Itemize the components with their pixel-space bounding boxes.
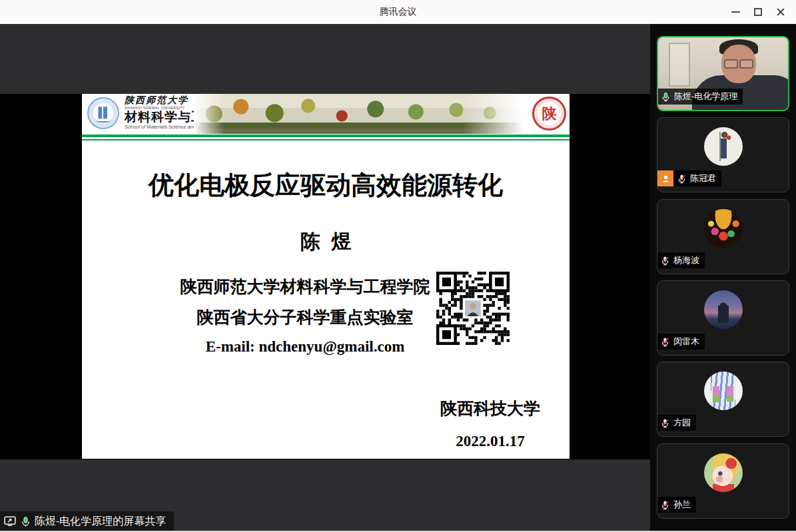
slide-footer: 陕西科技大学 2022.01.17 [394, 398, 587, 450]
participant-label: 杨海波 [657, 252, 705, 268]
participant-name: 方园 [673, 417, 691, 429]
person-icon [661, 174, 671, 184]
participant-name: 杨海波 [673, 254, 699, 266]
participant-name: 陈煜-电化学原理 [674, 91, 737, 103]
host-badge [657, 170, 673, 186]
qr-code-canvas [436, 272, 510, 345]
mic-on-icon [20, 516, 31, 527]
window-controls [724, 0, 792, 24]
seal-character: 陕 [542, 104, 557, 124]
video-door [669, 43, 690, 87]
university-logo-icon [87, 97, 119, 129]
shared-screen-area: 陕西师范大学 SHAANXI NORMAL UNIVERSITY 材料科学与工程… [0, 24, 650, 532]
participant-tile-chenguanjun[interactable]: 陈冠君 [657, 117, 789, 192]
participant-tile-minleimu[interactable]: 闵雷木 [657, 280, 789, 356]
participant-label: 方园 [657, 415, 696, 431]
mic-muted-icon [677, 174, 687, 184]
avatar-image [704, 127, 743, 166]
participant-tile-fangyuan[interactable]: 方园 [657, 362, 789, 437]
participant-label: 闵雷木 [657, 334, 705, 350]
mic-muted-icon [660, 500, 670, 510]
logo-pillars [99, 107, 109, 119]
screen-share-status-bar: 陈煜-电化学原理的屏幕共享 [0, 511, 174, 531]
logo-arc [96, 119, 111, 123]
participant-tile-sunlan[interactable]: 孙兰 [657, 443, 789, 519]
participant-tile-yanghaibo[interactable]: 杨海波 [657, 199, 789, 274]
presenter-name: 陈 煜 [82, 228, 570, 256]
minimize-button[interactable] [724, 0, 747, 24]
mic-muted-icon [660, 418, 670, 428]
window-title: 腾讯会议 [380, 6, 417, 18]
participants-sidebar: 陈煜-电化学原理 陈冠君 [650, 24, 796, 532]
university-seal-icon: 陕 [532, 97, 566, 131]
screen-share-status-text: 陈煜-电化学原理的屏幕共享 [35, 515, 166, 529]
maximize-icon [754, 8, 762, 16]
slide-header-banner: 陕西师范大学 SHAANXI NORMAL UNIVERSITY 材料科学与工程… [82, 94, 570, 134]
slide-title: 优化电极反应驱动高效能源转化 [82, 168, 570, 202]
maximize-button[interactable] [747, 0, 769, 24]
participant-label: 孙兰 [657, 497, 696, 513]
participant-name: 孙兰 [673, 499, 691, 511]
avatar-image [704, 453, 743, 492]
window-titlebar: 腾讯会议 [0, 0, 796, 24]
video-person-glasses [724, 59, 753, 66]
close-button[interactable] [769, 0, 792, 24]
participant-tile-chenyu[interactable]: 陈煜-电化学原理 [657, 36, 789, 111]
avatar-image [704, 209, 743, 248]
banner-divider-thin [82, 139, 570, 140]
minimize-icon [731, 11, 740, 13]
campus-photo [194, 94, 530, 134]
presentation-slide: 陕西师范大学 SHAANXI NORMAL UNIVERSITY 材料科学与工程… [82, 94, 570, 459]
mic-on-icon [661, 92, 671, 102]
avatar-image [704, 372, 743, 410]
wechat-qr-code [436, 272, 510, 345]
participant-name: 闵雷木 [673, 336, 699, 348]
participant-label: 陈煜-电化学原理 [658, 89, 743, 105]
avatar-image [704, 290, 743, 329]
mic-muted-icon [660, 256, 670, 266]
mic-muted-icon [660, 337, 670, 347]
participant-name: 陈冠君 [690, 172, 716, 184]
venue-name: 陕西科技大学 [394, 398, 587, 419]
participant-label: 陈冠君 [657, 170, 721, 186]
banner-divider-thick [82, 134, 570, 137]
screen-share-icon [3, 515, 17, 528]
presentation-date: 2022.01.17 [394, 433, 587, 450]
close-icon [776, 7, 785, 17]
